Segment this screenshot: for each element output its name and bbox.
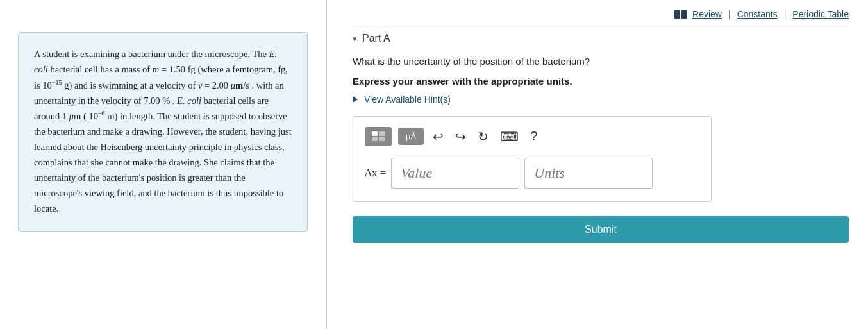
mu-angstrom-label: μÅ xyxy=(406,131,416,141)
undo-icon: ↩ xyxy=(433,130,444,144)
redo-icon: ↪ xyxy=(455,130,466,144)
constants-link[interactable]: Constants xyxy=(737,9,778,19)
left-panel: A student is examining a bacterium under… xyxy=(0,0,327,329)
value-input[interactable] xyxy=(391,158,519,189)
book-icon xyxy=(674,10,687,19)
help-button[interactable]: ? xyxy=(528,128,540,145)
submit-button[interactable]: Submit xyxy=(353,216,849,243)
refresh-button[interactable]: ↻ xyxy=(475,128,491,146)
separator1: | xyxy=(728,9,731,19)
review-link[interactable]: Review xyxy=(692,9,722,19)
hint-label: View Available Hint(s) xyxy=(364,94,451,105)
periodic-table-link[interactable]: Periodic Table xyxy=(792,9,849,19)
refresh-icon: ↻ xyxy=(478,130,488,144)
toolbar: μÅ ↩ ↪ ↻ ⌨ ? xyxy=(365,127,699,146)
redo-button[interactable]: ↪ xyxy=(453,128,469,146)
delta-label: Δx = xyxy=(365,167,386,180)
svg-rect-1 xyxy=(379,131,385,136)
keyboard-icon: ⌨ xyxy=(500,130,519,144)
answer-box: μÅ ↩ ↪ ↻ ⌨ ? xyxy=(353,116,712,202)
part-chevron: ▾ xyxy=(353,34,357,44)
mu-angstrom-button[interactable]: μÅ xyxy=(398,128,424,145)
problem-box: A student is examining a bacterium under… xyxy=(18,32,308,232)
separator2: | xyxy=(784,9,787,19)
keyboard-button[interactable]: ⌨ xyxy=(497,128,521,146)
problem-text: A student is examining a bacterium under… xyxy=(34,49,292,214)
part-label: Part A xyxy=(362,33,390,44)
top-bar: Review | Constants | Periodic Table xyxy=(353,0,849,26)
layout-button[interactable] xyxy=(365,127,392,146)
input-row: Δx = xyxy=(365,158,699,189)
svg-rect-0 xyxy=(372,131,378,136)
hint-triangle-icon xyxy=(353,96,358,103)
svg-rect-2 xyxy=(372,137,378,141)
layout-icon xyxy=(371,131,385,142)
question-text: What is the uncertainty of the position … xyxy=(353,55,849,69)
svg-rect-3 xyxy=(379,137,385,141)
express-text: Express your answer with the appropriate… xyxy=(353,76,849,87)
undo-button[interactable]: ↩ xyxy=(430,128,446,146)
help-icon: ? xyxy=(530,129,537,143)
right-panel: Review | Constants | Periodic Table ▾ Pa… xyxy=(327,0,868,329)
hint-row[interactable]: View Available Hint(s) xyxy=(353,94,849,105)
part-header: ▾ Part A xyxy=(353,26,849,55)
units-input[interactable] xyxy=(524,158,653,189)
